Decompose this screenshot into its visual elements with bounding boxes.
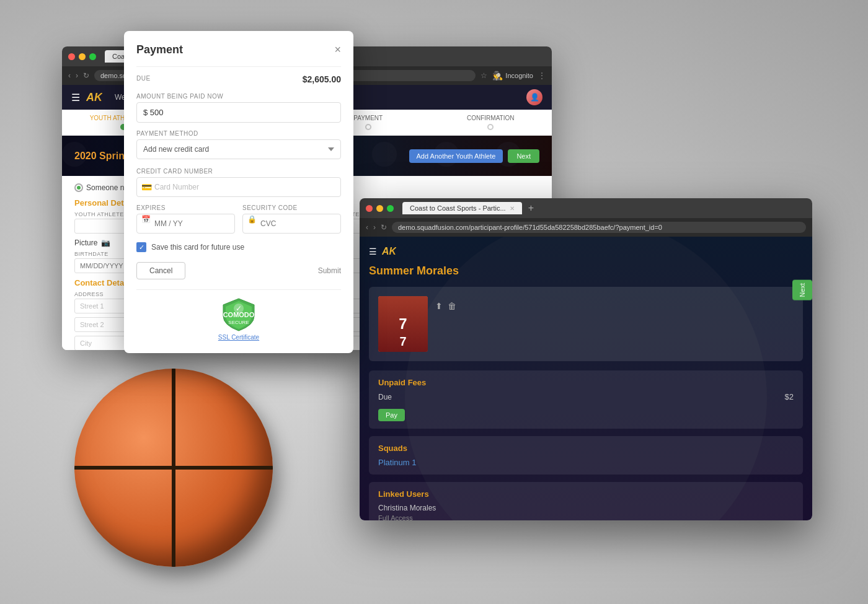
expires-input[interactable]	[136, 214, 235, 234]
hero-buttons: Add Another Youth Athlete Next	[409, 149, 539, 163]
expires-label: EXPIRES	[136, 204, 235, 211]
profile-new-tab-button[interactable]: +	[528, 203, 534, 214]
profile-window: Coast to Coast Sports - Partic... ✕ + ‹ …	[360, 198, 812, 520]
cc-number-input[interactable]	[136, 177, 341, 197]
profile-back-button[interactable]: ‹	[366, 223, 368, 232]
save-card-label: Save this card for future use	[151, 243, 244, 252]
submit-button[interactable]: Submit	[318, 266, 341, 275]
unpaid-due-row: Due $2	[378, 392, 794, 401]
pay-button[interactable]: Pay	[378, 409, 405, 421]
profile-browser-tab[interactable]: Coast to Coast Sports - Partic... ✕	[402, 202, 522, 214]
profile-window-maximize-btn[interactable]	[387, 205, 394, 212]
payment-method-select[interactable]: Add new credit card	[136, 139, 341, 159]
next-button-right-panel: Next	[792, 280, 812, 303]
upload-photo-icon[interactable]: ⬆	[435, 301, 443, 311]
upload-icon: 📷	[101, 239, 110, 247]
security-code-label: SECURITY CODE	[242, 204, 341, 211]
profile-browser-titlebar: Coast to Coast Sports - Partic... ✕ +	[360, 198, 812, 218]
modal-bottom-divider	[136, 289, 341, 290]
step-dot-3	[487, 124, 494, 130]
linked-users-section: Linked Users Christina Morales Full Acce…	[369, 482, 803, 520]
back-button[interactable]: ‹	[68, 71, 71, 80]
window-maximize-btn[interactable]	[89, 53, 96, 60]
linked-user-1-name: Christina Morales	[378, 504, 794, 512]
due-label: Due	[378, 393, 392, 401]
profile-next-button[interactable]: Next	[792, 280, 812, 300]
window-close-btn[interactable]	[68, 53, 75, 60]
add-another-athlete-button[interactable]: Add Another Youth Athlete	[409, 149, 503, 163]
athlete-card: 7 ⬆ 🗑	[369, 287, 803, 361]
app-logo: AK	[86, 91, 102, 104]
save-card-row: ✓ Save this card for future use	[136, 242, 341, 252]
athlete-photo: 7	[378, 296, 428, 352]
delete-photo-icon[interactable]: 🗑	[448, 301, 456, 311]
profile-tab-title: Coast to Coast Sports - Partic...	[410, 204, 506, 212]
step-dot-2	[365, 124, 371, 130]
modal-button-row: Cancel Submit	[136, 262, 341, 279]
profile-app-logo: AK	[382, 246, 396, 257]
save-card-checkbox[interactable]: ✓	[136, 242, 146, 252]
photo-actions: ⬆ 🗑	[435, 301, 456, 311]
forward-button[interactable]: ›	[76, 71, 78, 80]
next-button[interactable]: Next	[508, 149, 539, 163]
payment-method-label: PAYMENT METHOD	[136, 130, 341, 137]
window-minimize-btn[interactable]	[79, 53, 86, 60]
incognito-badge: 🕵 Incognito	[492, 71, 533, 81]
due-amount: $2,605.00	[303, 74, 341, 84]
refresh-button[interactable]: ↻	[83, 71, 89, 80]
profile-tab-close-icon[interactable]: ✕	[510, 205, 515, 212]
radio-circle-someone-new	[74, 183, 83, 192]
modal-divider	[136, 66, 341, 67]
squads-title: Squads	[378, 444, 794, 453]
credit-card-icon: 💳	[141, 182, 152, 192]
user-avatar[interactable]: 👤	[526, 89, 542, 105]
ssl-certificate-link[interactable]: SSL Certificate	[218, 334, 259, 341]
ssl-badge: COMODO SECURE ✓ SSL Certificate	[218, 297, 259, 341]
modal-title: Payment	[136, 43, 183, 56]
squads-section: Squads Platinum 1	[369, 436, 803, 475]
profile-window-close-btn[interactable]	[366, 205, 373, 212]
basketball-decoration	[74, 369, 273, 567]
athlete-display-name: Summer Morales	[369, 265, 803, 278]
due-row: DUE $2,605.00	[136, 74, 341, 84]
linked-users-title: Linked Users	[378, 489, 794, 499]
svg-text:SECURE: SECURE	[228, 320, 249, 325]
lock-icon: 🔒	[247, 215, 257, 224]
cancel-button[interactable]: Cancel	[136, 262, 185, 279]
profile-refresh-button[interactable]: ↻	[381, 223, 387, 232]
profile-hamburger-icon[interactable]: ☰	[369, 247, 377, 256]
svg-text:✓: ✓	[236, 304, 242, 313]
athlete-photo-image: 7	[378, 296, 428, 352]
profile-forward-button[interactable]: ›	[373, 223, 376, 232]
calendar-icon-expires: 📅	[141, 215, 151, 224]
ssl-shield-icon: COMODO SECURE ✓	[220, 297, 257, 331]
modal-header: Payment ×	[136, 43, 341, 56]
profile-app-header: ☰ AK	[369, 246, 803, 257]
profile-content: ☰ AK Summer Morales 7 ⬆ 🗑	[360, 237, 812, 520]
profile-window-minimize-btn[interactable]	[376, 205, 383, 212]
amount-being-paid-label: AMOUNT BEING PAID NOW	[136, 93, 341, 100]
cc-label: CREDIT CARD NUMBER	[136, 168, 341, 175]
profile-url-bar[interactable]: demo.squadfusion.com/participant-profile…	[392, 222, 806, 233]
bookmark-icon[interactable]: ☆	[480, 71, 487, 80]
linked-user-1-role: Full Access	[378, 514, 794, 520]
hamburger-menu-icon[interactable]: ☰	[71, 92, 80, 103]
unpaid-fees-title: Unpaid Fees	[378, 378, 794, 387]
modal-close-icon[interactable]: ×	[334, 43, 341, 56]
step-confirmation[interactable]: CONFIRMATION	[430, 115, 552, 135]
unpaid-amount: $2	[785, 392, 794, 401]
athlete-name-header: Summer Morales	[369, 265, 803, 278]
cc-field-group: 💳	[136, 177, 341, 197]
payment-modal: Payment × DUE $2,605.00 AMOUNT BEING PAI…	[124, 31, 353, 353]
expires-cvv-row: EXPIRES 📅 SECURITY CODE 🔒	[136, 204, 341, 234]
amount-input[interactable]	[136, 102, 341, 123]
menu-icon[interactable]: ⋮	[538, 71, 546, 80]
ssl-section: COMODO SECURE ✓ SSL Certificate	[136, 297, 341, 341]
squad-name: Platinum 1	[378, 458, 794, 467]
cvv-field-group: SECURITY CODE 🔒	[242, 204, 341, 234]
due-field-label: DUE	[136, 75, 151, 82]
expires-field-group: EXPIRES 📅	[136, 204, 235, 234]
profile-address-bar: ‹ › ↻ demo.squadfusion.com/participant-p…	[360, 218, 812, 237]
unpaid-fees-section: Unpaid Fees Due $2 Pay	[369, 370, 803, 429]
cvv-input[interactable]	[242, 214, 341, 234]
